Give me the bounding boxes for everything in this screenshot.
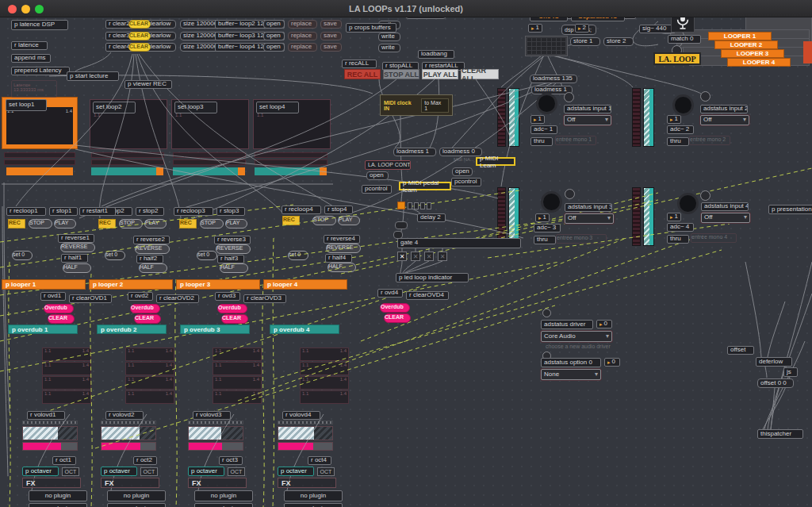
plugin-slot-4b[interactable]: no plugin xyxy=(284,503,343,507)
receive-clearovd1[interactable]: r clearOVD1 xyxy=(69,294,112,303)
receive-restart1[interactable]: r restart1 xyxy=(79,207,116,216)
object-thru-2[interactable]: thru xyxy=(667,137,689,146)
volume-slider-1[interactable] xyxy=(22,426,78,440)
toggle-mini-4[interactable] xyxy=(427,202,431,209)
plugin-slot-2b[interactable]: no plugin xyxy=(107,503,166,507)
message-loadmess-0[interactable]: loadmess 0 xyxy=(439,148,482,156)
message-replace-2[interactable]: replace xyxy=(288,20,317,29)
play-all-button[interactable]: PLAY ALL xyxy=(422,69,458,79)
object-adstatus-input-1[interactable]: adstatus input 1 xyxy=(564,105,611,113)
subpatch-octaver-4[interactable]: p octaver xyxy=(278,467,314,476)
toggle-mini-1[interactable] xyxy=(408,202,412,209)
subpatch-crops-buffers[interactable]: p crops buffers xyxy=(346,23,396,33)
object-latence-dsp[interactable]: p latence DSP xyxy=(11,20,68,30)
toggle-mini-3[interactable] xyxy=(420,202,425,209)
message-loadmess-1b[interactable]: loadmess 1 xyxy=(393,148,436,156)
clear-button-3[interactable]: CLEAR xyxy=(128,32,151,40)
object-adstatus-input-3[interactable]: adstatus input 3 xyxy=(565,203,612,212)
message-store-1[interactable]: store 1 xyxy=(570,37,600,46)
midi-clock-device[interactable]: to Max 1 xyxy=(421,98,449,113)
overdub-clear-button-1[interactable]: CLEAR xyxy=(48,314,75,324)
plugin-slot-1a[interactable]: no plugin xyxy=(29,490,87,501)
message-replace-4[interactable]: replace xyxy=(288,43,317,52)
subpatch-overdub-2[interactable]: p overdub 2 xyxy=(97,325,167,334)
object-deferlow[interactable]: deferlow xyxy=(756,357,792,367)
half-button-4[interactable]: HALF xyxy=(327,263,356,272)
message-write-3[interactable]: write xyxy=(378,33,400,41)
object-append-ms[interactable]: append ms xyxy=(11,54,51,63)
subpatch-looper-4[interactable]: p looper 4 xyxy=(263,279,347,290)
message-open-3[interactable]: open xyxy=(263,32,285,40)
input-1-menu[interactable]: Off xyxy=(564,115,611,125)
subpatch-looper-1[interactable]: p looper 1 xyxy=(2,279,86,290)
la-loop-cont-box[interactable]: LA. LOOP CONT... xyxy=(365,160,411,170)
bang-input-1[interactable] xyxy=(564,92,574,102)
object-thispatcher[interactable]: thispatcher xyxy=(757,429,803,439)
receive-reverse3[interactable]: r reverse3 xyxy=(214,236,251,244)
message-replace-3[interactable]: replace xyxy=(288,32,317,40)
receive-clearovd3[interactable]: r clearOVD3 xyxy=(243,294,286,303)
play-button-2[interactable]: PLAY xyxy=(144,219,167,229)
receive-latence[interactable]: r latence xyxy=(11,41,48,50)
overdub-clear-button-4[interactable]: CLEAR xyxy=(384,313,411,323)
receive-volovd2[interactable]: r volovd2 xyxy=(105,411,144,420)
clear-button-2[interactable]: CLEAR xyxy=(128,20,151,29)
overdub-clear-button-2[interactable]: CLEAR xyxy=(134,314,161,324)
object-pcontrol-2[interactable]: pcontrol xyxy=(451,178,481,186)
receive-oct3[interactable]: r oct3 xyxy=(219,456,243,465)
subpatch-looper-2[interactable]: p looper 2 xyxy=(89,279,173,290)
gain-knob-4[interactable] xyxy=(677,193,699,214)
set-loop2-label[interactable]: set loop2 xyxy=(93,102,136,113)
receive-stop2[interactable]: r stop2 xyxy=(136,207,164,216)
receive-stop4[interactable]: r stop4 xyxy=(324,205,353,214)
number-input-3[interactable]: 1 xyxy=(535,213,550,222)
play-button-1[interactable]: PLAY xyxy=(54,219,76,229)
set-loop3-label[interactable]: set loop3 xyxy=(174,102,217,113)
receive-recloop1[interactable]: r recloop1 xyxy=(6,207,46,216)
overdub-button-4[interactable]: Overdub xyxy=(380,303,410,313)
receive-volovd4[interactable]: r volovd4 xyxy=(282,411,320,420)
set0-message-4[interactable]: set 0 xyxy=(288,251,308,260)
object-thru-4[interactable]: thru xyxy=(667,235,689,244)
receive-reverse2[interactable]: r reverse2 xyxy=(133,236,170,244)
subpatch-looper-3[interactable]: p looper 3 xyxy=(176,279,260,290)
subpatch-octaver-1[interactable]: p octaver xyxy=(22,467,59,476)
number-driver[interactable]: 0 xyxy=(596,320,612,328)
overdub-clear-button-3[interactable]: CLEAR xyxy=(221,314,248,324)
receive-volovd3[interactable]: r volovd3 xyxy=(193,411,231,420)
waveform-panel-4[interactable]: set loop4 1.1 xyxy=(253,99,331,149)
matrixctrl[interactable] xyxy=(525,36,568,56)
receive-oct1[interactable]: r oct1 xyxy=(52,456,76,465)
gain-knob-3[interactable] xyxy=(541,191,562,213)
receive-recall[interactable]: r recALL xyxy=(342,60,377,68)
x-toggle-2[interactable]: ✕ xyxy=(411,252,420,261)
looper-2-button[interactable]: LOOPER 2 xyxy=(714,40,778,49)
reverse-button-1[interactable]: REVERSE xyxy=(60,243,95,252)
reverse-button-3[interactable]: REVERSE xyxy=(216,244,251,254)
object-adstatus-option[interactable]: adstatus option 0 xyxy=(541,358,601,367)
minimize-icon[interactable] xyxy=(21,5,30,13)
message-write-4[interactable]: write xyxy=(378,44,400,52)
object-adc-1[interactable]: adc~ 1 xyxy=(530,125,557,134)
receive-clearovd2[interactable]: r clearOVD2 xyxy=(156,294,199,303)
overdub-button-3[interactable]: Overdub xyxy=(217,304,247,313)
stop-button-2[interactable]: STOP xyxy=(119,219,143,229)
looper-1-button[interactable]: LOOPER 1 xyxy=(708,32,772,40)
object-adc-4[interactable]: adc~ 4 xyxy=(667,223,694,232)
bang-input-4[interactable] xyxy=(700,190,710,201)
object-sig-440[interactable]: sig~ 440 xyxy=(639,25,674,33)
looper-4-button[interactable]: LOOPER 4 xyxy=(727,58,791,67)
number-input-2[interactable]: 1 xyxy=(667,115,681,124)
receive-stop3[interactable]: r stop3 xyxy=(216,207,245,216)
play-button-3[interactable]: PLAY xyxy=(225,219,247,229)
plugin-slot-3a[interactable]: no plugin xyxy=(194,490,253,501)
waveform-panel-3[interactable]: set loop3 1.1 xyxy=(171,99,249,149)
message-open-4[interactable]: open xyxy=(263,43,285,52)
volume-slider-4[interactable] xyxy=(278,426,333,440)
oct-toggle-1[interactable]: OCT xyxy=(62,467,79,476)
message-store-2[interactable]: store 2 xyxy=(603,37,634,46)
receive-ovd4[interactable]: r ovd4 xyxy=(377,289,403,298)
rec-all-button[interactable]: REC ALL xyxy=(344,69,381,79)
message-open-2[interactable]: open xyxy=(452,167,473,176)
message-open[interactable]: open xyxy=(366,171,389,180)
